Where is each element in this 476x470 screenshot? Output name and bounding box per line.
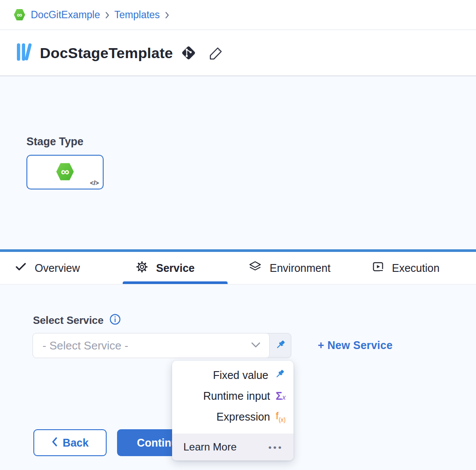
play-square-icon — [372, 260, 385, 276]
menu-item-label: Fixed value — [213, 369, 268, 382]
menu-item-label: Expression — [216, 411, 270, 423]
title-bar: DocStageTemplate — [0, 30, 476, 76]
page-title: DocStageTemplate — [40, 45, 173, 62]
breadcrumb-project-link[interactable]: DocGitExample — [31, 9, 100, 21]
tab-label: Environment — [270, 262, 330, 274]
tab-execution[interactable]: Execution — [372, 252, 440, 284]
tab-label: Overview — [35, 262, 80, 274]
git-sync-icon — [180, 45, 197, 61]
infinity-glyph: ∞ — [17, 11, 22, 19]
menu-item-runtime-input[interactable]: Runtime input Σx — [172, 385, 293, 406]
breadcrumb: ∞ DocGitExample Templates — [0, 0, 476, 30]
tab-environment[interactable]: Environment — [248, 252, 330, 284]
menu-item-expression[interactable]: Expression f(x) — [172, 406, 293, 427]
menu-item-label: Runtime input — [203, 390, 270, 402]
active-tab-underline — [123, 281, 228, 284]
gear-icon — [135, 260, 149, 276]
menu-item-learn-more[interactable]: Learn More ••• — [172, 434, 293, 460]
tab-label: Service — [156, 262, 195, 274]
template-library-icon — [16, 42, 34, 64]
ellipsis-icon: ••• — [268, 443, 283, 452]
stage-type-card[interactable]: ∞ </> — [26, 155, 104, 189]
breadcrumb-templates-link[interactable]: Templates — [114, 9, 160, 21]
learn-more-label: Learn More — [183, 441, 237, 453]
project-logo-icon: ∞ — [13, 9, 26, 21]
tab-label: Execution — [392, 262, 440, 274]
chevron-right-icon — [165, 11, 170, 19]
select-service-label-row: Select Service — [33, 313, 121, 327]
tab-bar: Overview Service — [0, 249, 476, 284]
tab-service[interactable]: Service — [135, 252, 195, 284]
back-button[interactable]: Back — [33, 429, 107, 456]
new-service-link[interactable]: + New Service — [318, 339, 393, 352]
select-service-label: Select Service — [33, 314, 104, 326]
value-type-menu: Fixed value Runtime input Σx Expressi — [172, 361, 293, 460]
value-type-menu-items: Fixed value Runtime input Σx Expressi — [172, 361, 293, 427]
edit-pencil-icon[interactable] — [208, 45, 224, 61]
service-select-input[interactable]: - Select Service - — [33, 333, 270, 358]
check-icon — [14, 260, 27, 276]
chevron-left-icon — [52, 437, 57, 449]
pin-icon — [274, 339, 287, 352]
sigma-x-icon: Σx — [276, 391, 286, 401]
pin-icon — [274, 368, 286, 382]
chevron-right-icon — [105, 11, 110, 19]
chevron-down-icon — [251, 342, 261, 349]
layers-icon — [248, 260, 262, 277]
code-glyph: </> — [90, 180, 99, 186]
menu-item-fixed-value[interactable]: Fixed value — [172, 365, 293, 385]
service-select-group: - Select Service - — [33, 333, 291, 358]
tab-overview[interactable]: Overview — [14, 252, 80, 284]
deploy-stage-icon: ∞ — [55, 162, 75, 181]
infinity-glyph: ∞ — [61, 166, 69, 178]
fx-icon: f(x) — [276, 411, 286, 423]
select-placeholder: - Select Service - — [42, 339, 128, 352]
value-type-pin-button[interactable] — [270, 333, 291, 358]
info-icon[interactable] — [109, 313, 121, 327]
stage-type-label: Stage Type — [26, 135, 84, 148]
back-button-label: Back — [63, 437, 89, 449]
template-studio-page: ∞ DocGitExample Templates DocStageTempla… — [0, 0, 476, 470]
